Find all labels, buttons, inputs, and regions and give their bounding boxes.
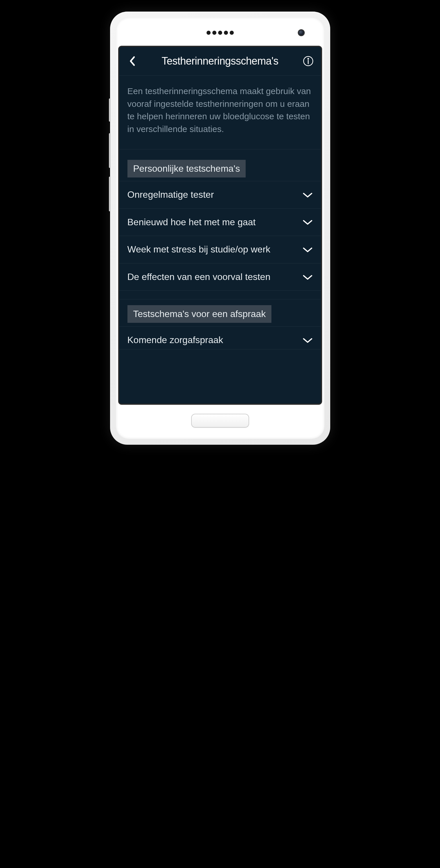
- section-header-appointment: Testschema's voor een afspraak: [119, 299, 321, 327]
- chevron-down-icon: [302, 274, 313, 280]
- list-item-label: Komende zorgafspraak: [127, 334, 302, 346]
- side-button: [109, 98, 111, 122]
- volume-down-button: [109, 177, 111, 211]
- description-section: Een testherinneringsschema maakt gebruik…: [119, 75, 321, 149]
- chevron-down-icon: [302, 219, 313, 225]
- section-title-personal: Persoonlijke testschema's: [127, 160, 246, 178]
- list-item-label: Benieuwd hoe het met me gaat: [127, 216, 302, 228]
- description-text: Een testherinneringsschema maakt gebruik…: [127, 85, 313, 135]
- volume-up-button: [109, 133, 111, 168]
- list-item-label: De effecten van een voorval testen: [127, 271, 302, 283]
- chevron-left-icon: [129, 56, 135, 66]
- list-item-upcoming-appointment[interactable]: Komende zorgafspraak: [119, 327, 321, 349]
- list-item-irregular-tester[interactable]: Onregelmatige tester: [119, 181, 321, 209]
- phone-frame: Testherinneringsschema's Een testherinne…: [110, 11, 330, 445]
- chevron-down-icon: [302, 337, 313, 343]
- page-title: Testherinneringsschema's: [138, 55, 302, 67]
- phone-top-bezel: [118, 20, 322, 46]
- list-item-curious-how-doing[interactable]: Benieuwd hoe het met me gaat: [119, 209, 321, 236]
- list-item-stress-week[interactable]: Week met stress bij studie/op werk: [119, 236, 321, 264]
- back-button[interactable]: [126, 55, 138, 67]
- list-item-label: Onregelmatige tester: [127, 189, 302, 201]
- phone-inner: Testherinneringsschema's Een testherinne…: [116, 18, 324, 439]
- section-title-appointment: Testschema's voor een afspraak: [127, 305, 272, 323]
- chevron-down-icon: [302, 192, 313, 198]
- app-header: Testherinneringsschema's: [119, 47, 321, 75]
- svg-point-1: [307, 59, 309, 59]
- section-spacer: [119, 291, 321, 299]
- list-item-test-effects[interactable]: De effecten van een voorval testen: [119, 264, 321, 291]
- info-icon: [303, 56, 314, 67]
- info-button[interactable]: [302, 55, 314, 67]
- list-item-label: Week met stress bij studie/op werk: [127, 244, 302, 256]
- app-screen: Testherinneringsschema's Een testherinne…: [118, 46, 322, 405]
- phone-bottom-bezel: [118, 405, 322, 437]
- section-header-personal: Persoonlijke testschema's: [119, 149, 321, 181]
- chevron-down-icon: [302, 246, 313, 253]
- camera-icon: [298, 29, 305, 36]
- home-button[interactable]: [191, 414, 249, 428]
- speaker-icon: [207, 31, 234, 35]
